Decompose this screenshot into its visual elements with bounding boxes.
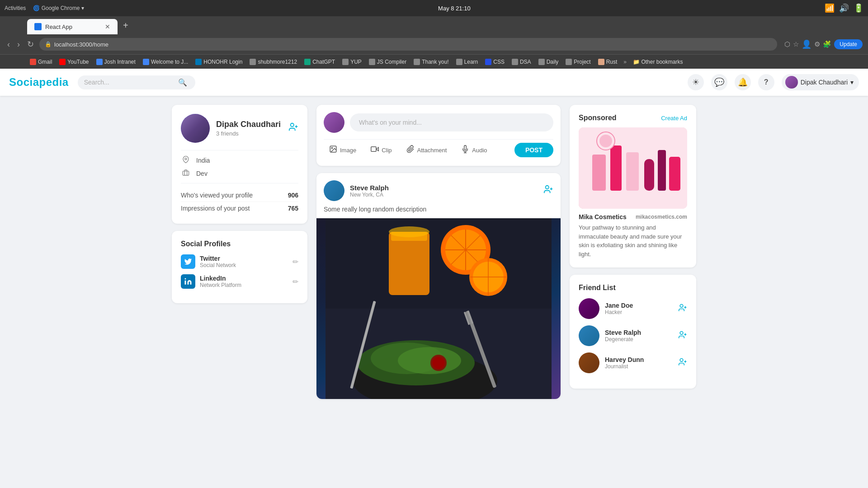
forward-btn[interactable]: ›: [15, 38, 22, 51]
bookmark-jscompiler[interactable]: JS Compiler: [366, 58, 409, 66]
post-header: Steve Ralph New York, CA: [316, 173, 561, 206]
twitter-item: Twitter Social Network ✏: [181, 254, 298, 269]
theme-toggle-btn[interactable]: ☀: [688, 74, 704, 90]
bookmark-honohr[interactable]: HONOHR Login: [193, 58, 245, 66]
friend-jane-info: Jane Doe Hacker: [605, 302, 673, 315]
bookmark-gmail[interactable]: Gmail: [27, 58, 55, 66]
linkedin-logo: [181, 274, 195, 289]
user-dropdown[interactable]: Dipak Chaudhari ▾: [782, 74, 859, 90]
add-steve-btn[interactable]: [678, 330, 687, 342]
profile-icon[interactable]: 👤: [802, 39, 811, 49]
bookmark-chatgpt[interactable]: ChatGPT: [302, 58, 338, 66]
svg-point-36: [432, 357, 445, 369]
active-tab[interactable]: React App ✕: [27, 19, 118, 34]
audio-icon: [461, 145, 469, 155]
bookmark-learn[interactable]: Learn: [453, 58, 481, 66]
bookmark-daily[interactable]: Daily: [536, 58, 561, 66]
svg-point-0: [291, 123, 294, 127]
friend-harvey-avatar: [579, 352, 599, 373]
search-input[interactable]: [84, 79, 175, 86]
ad-brand-name: Mika Cosmetics mikacosmetics.com: [579, 213, 687, 221]
add-harvey-btn[interactable]: [678, 357, 687, 369]
audio-btn[interactable]: Audio: [456, 141, 492, 159]
bookmark-youtube[interactable]: YouTube: [57, 58, 91, 66]
post-user-location: New York, CA: [350, 192, 538, 198]
svg-point-57: [680, 358, 683, 361]
post-description: Some really long random description: [316, 206, 561, 218]
bookmark-star[interactable]: ☆: [793, 40, 799, 48]
linkedin-edit-btn[interactable]: ✏: [292, 277, 298, 286]
extensions-icon[interactable]: 🧩: [823, 40, 831, 48]
cast-icon[interactable]: ⬡: [784, 40, 790, 48]
add-jane-btn[interactable]: [678, 303, 687, 314]
audio-label: Audio: [472, 147, 487, 154]
svg-rect-50: [669, 157, 680, 191]
twitter-name: Twitter: [200, 255, 288, 262]
tab-close-btn[interactable]: ✕: [105, 23, 110, 30]
bookmark-other[interactable]: 📁 Other bookmarks: [630, 58, 685, 66]
svg-rect-44: [626, 152, 639, 191]
bookmark-shubh[interactable]: shubhmore1212: [247, 58, 300, 66]
friend-list-title: Friend List: [579, 284, 687, 292]
profile-card: Dipak Chaudhari 3 friends: [172, 105, 307, 224]
back-btn[interactable]: ‹: [5, 38, 12, 51]
linkedin-info: LinkedIn Network Platform: [200, 275, 288, 288]
url-box[interactable]: 🔒 localhost:3000/home: [39, 38, 777, 51]
settings-icon[interactable]: ⚙: [814, 40, 820, 48]
clip-btn[interactable]: Clip: [365, 141, 397, 159]
friend-harvey: Harvey Dunn Journalist: [579, 352, 687, 373]
add-friend-profile-btn[interactable]: [288, 122, 298, 135]
svg-rect-47: [644, 159, 654, 191]
profile-info: Dipak Chaudhari 3 friends: [216, 120, 281, 137]
twitter-edit-btn[interactable]: ✏: [292, 258, 298, 266]
twitter-logo: [181, 254, 195, 269]
occupation-row: Dev: [181, 169, 298, 178]
nav-user-name: Dipak Chaudhari: [801, 79, 848, 86]
browser-topbar: Activities 🌀 Google Chrome ▾ May 8 21:10…: [0, 0, 868, 16]
bookmarks-more[interactable]: »: [623, 59, 627, 65]
tab-title: React App: [45, 23, 72, 30]
bookmark-dsa[interactable]: DSA: [509, 58, 534, 66]
notifications-btn[interactable]: 🔔: [735, 74, 751, 90]
friend-steve-name: Steve Ralph: [605, 329, 673, 336]
views-value: 906: [288, 192, 298, 199]
dropdown-arrow: ▾: [850, 79, 854, 86]
svg-point-13: [546, 186, 549, 189]
bookmark-project[interactable]: Project: [563, 58, 593, 66]
reload-btn[interactable]: ↻: [25, 38, 36, 51]
bookmark-josh[interactable]: Josh Intranet: [94, 58, 138, 66]
twitter-desc: Social Network: [200, 262, 288, 268]
bookmark-welcome[interactable]: Welcome to J...: [140, 58, 191, 66]
new-tab-btn[interactable]: +: [119, 20, 132, 31]
svg-point-51: [680, 304, 683, 307]
bookmark-rust[interactable]: Rust: [595, 58, 620, 66]
composer-avatar: [324, 112, 344, 133]
bookmark-yup[interactable]: YUP: [340, 58, 364, 66]
svg-point-46: [599, 135, 612, 147]
bookmarks-bar: Gmail YouTube Josh Intranet Welcome to J…: [0, 54, 868, 69]
attachment-btn[interactable]: Attachment: [401, 141, 453, 159]
post-submit-btn[interactable]: POST: [514, 143, 553, 157]
help-btn[interactable]: ?: [758, 74, 774, 90]
svg-rect-5: [185, 281, 186, 285]
messages-btn[interactable]: 💬: [711, 74, 727, 90]
image-label: Image: [340, 147, 356, 154]
post-add-friend-btn[interactable]: [543, 184, 553, 197]
image-btn[interactable]: Image: [324, 141, 362, 159]
svg-point-6: [185, 278, 186, 280]
nav-icons: ☀ 💬 🔔 ? Dipak Chaudhari ▾: [688, 74, 859, 90]
views-stat: Who's viewed your profile 906: [181, 189, 298, 202]
attachment-icon: [406, 145, 415, 155]
svg-rect-42: [592, 155, 606, 191]
social-profiles-title: Social Profiles: [181, 240, 298, 248]
update-btn[interactable]: Update: [834, 39, 863, 49]
bookmark-thankyou[interactable]: Thank you!: [411, 58, 451, 66]
svg-point-8: [331, 147, 332, 148]
location-value: India: [196, 157, 210, 164]
social-profiles-card: Social Profiles Twitter Social Network ✏: [172, 231, 307, 303]
composer-input[interactable]: [350, 113, 553, 131]
os-activities[interactable]: Activities: [5, 5, 26, 11]
app-logo[interactable]: Sociapedia: [9, 76, 69, 89]
create-ad-link[interactable]: Create Ad: [661, 115, 687, 122]
bookmark-css[interactable]: CSS: [482, 58, 507, 66]
